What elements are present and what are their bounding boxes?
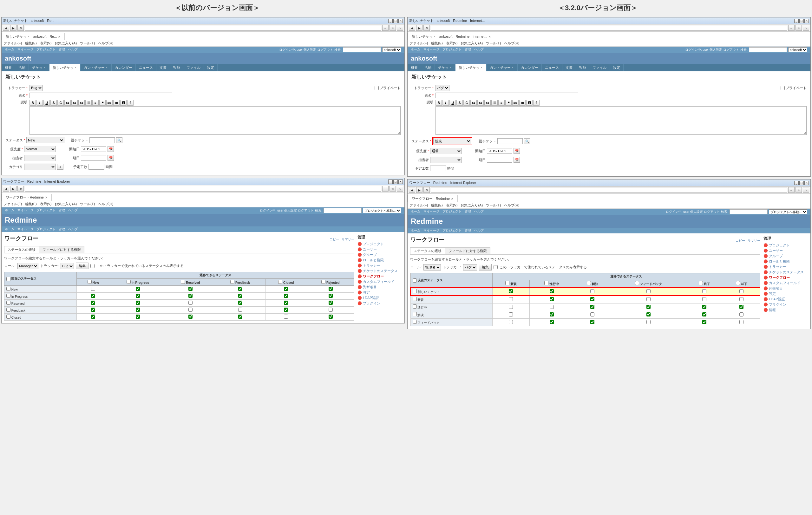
summary-btn[interactable]: サマリー xyxy=(342,237,354,242)
code-btn[interactable]: C xyxy=(463,100,470,105)
file-menu[interactable]: ファイル(F) xyxy=(409,41,428,46)
project-subnav[interactable]: プロジェクト xyxy=(442,228,462,233)
ol-btn[interactable]: ≡ xyxy=(92,100,99,105)
copy-btn[interactable]: コピー xyxy=(329,237,339,242)
row-check[interactable] xyxy=(6,294,10,298)
maximize-btn[interactable]: □ xyxy=(393,19,398,23)
row-check[interactable] xyxy=(6,301,10,305)
desc-textarea[interactable] xyxy=(435,106,807,135)
tab-tickets[interactable]: チケット xyxy=(435,64,456,71)
favorites-menu[interactable]: お気に入り(A) xyxy=(55,41,77,46)
category-select[interactable] xyxy=(24,163,56,170)
help-nav[interactable]: ヘルプ xyxy=(474,209,484,214)
check-all[interactable] xyxy=(413,278,417,282)
mypage-nav[interactable]: マイページ xyxy=(18,47,33,52)
check-rj-col[interactable] xyxy=(736,281,740,285)
pre-btn[interactable]: pre xyxy=(512,100,519,105)
go-btn[interactable]: → xyxy=(788,187,794,193)
sidebar-ldap[interactable]: 🔴 LDAP認証 xyxy=(357,295,402,301)
edit-menu[interactable]: 編集(E) xyxy=(431,41,443,46)
home-btn[interactable]: ⌂ xyxy=(397,25,403,31)
search-input[interactable] xyxy=(729,209,767,214)
link-btn[interactable]: ⊞ xyxy=(113,100,120,105)
tab-settings[interactable]: 設定 xyxy=(204,64,218,71)
row-check[interactable] xyxy=(413,304,417,308)
sidebar-projects[interactable]: 🔴 プロジェクト xyxy=(763,243,808,248)
start-input[interactable] xyxy=(81,146,106,152)
sidebar-custom[interactable]: 🔴 カスタムフィールド xyxy=(763,280,808,286)
admin-nav[interactable]: 管理 xyxy=(465,47,471,52)
check-fb-col[interactable] xyxy=(635,281,639,285)
tab-close-icon[interactable]: ✕ xyxy=(489,35,491,38)
code-btn[interactable]: C xyxy=(57,100,64,105)
left-wf-address[interactable]: http://54.249.32.190/workflows/edit?utf8… xyxy=(25,186,381,191)
edit-btn[interactable]: 編集 xyxy=(76,263,88,269)
start-calendar-btn[interactable]: 📅 xyxy=(514,148,520,154)
mypage-nav[interactable]: マイページ xyxy=(424,47,439,52)
search-input[interactable] xyxy=(323,208,361,213)
parent-input[interactable] xyxy=(497,138,523,144)
tab-gantt[interactable]: ガントチャート xyxy=(487,64,518,71)
sidebar-tracker[interactable]: 🔴 トラッカー xyxy=(357,263,402,268)
due-input[interactable] xyxy=(81,155,106,161)
italic-btn[interactable]: I xyxy=(442,100,449,105)
forward-btn[interactable]: ▶ xyxy=(416,25,423,31)
home-subnav[interactable]: ホーム xyxy=(411,228,420,233)
help-menu[interactable]: ヘルプ(H) xyxy=(98,41,113,46)
private-checkbox[interactable] xyxy=(375,86,379,90)
tab-docs[interactable]: 文書 xyxy=(156,64,170,71)
img-btn[interactable]: 🖼 xyxy=(526,100,532,105)
tab-activity[interactable]: 活動 xyxy=(15,64,29,71)
status-select[interactable]: New xyxy=(26,137,64,143)
summary-btn[interactable]: サマリー xyxy=(748,239,760,243)
back-btn[interactable]: ◀ xyxy=(409,187,415,193)
tracker-select-wf[interactable]: Bug xyxy=(61,263,74,269)
tools-menu[interactable]: ツール(T) xyxy=(80,41,95,46)
forward-btn[interactable]: ▶ xyxy=(10,186,17,191)
tab-close-icon[interactable]: ✕ xyxy=(451,197,454,201)
sidebar-ldap[interactable]: 🔴 LDAP認証 xyxy=(763,297,808,302)
desc-textarea[interactable] xyxy=(29,106,401,135)
admin-nav[interactable]: 管理 xyxy=(465,209,471,214)
parent-search-btn[interactable]: 🔍 xyxy=(116,137,122,143)
estimated-input[interactable] xyxy=(88,164,104,170)
left-wf-tab[interactable]: ワークフロー - Redmine ✕ xyxy=(2,194,52,201)
file-menu[interactable]: ファイル(F) xyxy=(3,41,22,46)
file-menu[interactable]: ファイル(F) xyxy=(409,203,428,208)
help-menu[interactable]: ヘルプ(H) xyxy=(504,203,519,208)
ol-btn[interactable]: ≡ xyxy=(498,100,505,105)
tab-settings[interactable]: 設定 xyxy=(610,64,624,71)
home-nav[interactable]: ホーム xyxy=(5,47,14,52)
strike-btn[interactable]: S xyxy=(51,100,57,105)
maximize-btn[interactable]: □ xyxy=(393,180,398,184)
forward-btn[interactable]: ▶ xyxy=(416,187,423,193)
tab-wiki[interactable]: Wiki xyxy=(170,64,183,71)
go-btn[interactable]: → xyxy=(788,25,794,31)
minimize-btn[interactable]: _ xyxy=(388,180,393,184)
mypage-subnav[interactable]: マイページ xyxy=(18,227,33,232)
home-subnav[interactable]: ホーム xyxy=(5,227,14,232)
field-permission-tab[interactable]: フィールドに対する権限 xyxy=(445,247,490,254)
close-btn[interactable]: ✕ xyxy=(804,181,809,185)
search-select[interactable]: プロジェクトへ移動... xyxy=(769,209,807,214)
status-select[interactable]: 新規 xyxy=(433,138,471,144)
sidebar-workflow[interactable]: 🔴 ワークフロー xyxy=(763,275,808,280)
due-calendar-btn[interactable]: 📅 xyxy=(108,155,114,161)
subject-input[interactable] xyxy=(29,93,172,98)
check-rj-col[interactable] xyxy=(321,280,325,284)
edit-menu[interactable]: 編集(E) xyxy=(431,203,443,208)
start-calendar-btn[interactable]: 📅 xyxy=(108,146,114,152)
help-subnav[interactable]: ヘルプ xyxy=(474,228,484,233)
parent-search-btn[interactable]: 🔍 xyxy=(524,138,530,144)
tab-close-icon[interactable]: ✕ xyxy=(58,35,61,38)
sidebar-roles[interactable]: 🔴 ロールと権限 xyxy=(357,258,402,263)
tools-menu[interactable]: ツール(T) xyxy=(486,41,501,46)
search-input[interactable] xyxy=(343,47,381,52)
row-check[interactable] xyxy=(413,297,417,301)
link-btn[interactable]: ⊞ xyxy=(519,100,526,105)
strike-btn[interactable]: S xyxy=(457,100,463,105)
italic-btn[interactable]: I xyxy=(36,100,43,105)
sidebar-info[interactable]: 🔴 情報 xyxy=(763,307,808,313)
bold-btn[interactable]: B xyxy=(29,100,36,105)
img-btn[interactable]: 🖼 xyxy=(120,100,126,105)
